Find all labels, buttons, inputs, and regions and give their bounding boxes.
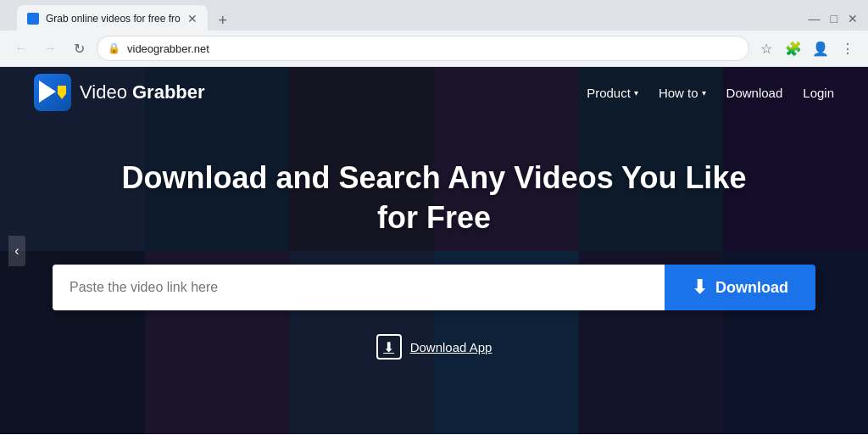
new-tab-button[interactable]: + (211, 8, 235, 32)
address-bar-row: ← → ↻ 🔒 videograbber.net ☆ 🧩 👤 ⋮ (0, 31, 868, 66)
download-btn-label: Download (715, 279, 788, 297)
logo-text-regular: Video (80, 81, 132, 103)
nav-product[interactable]: Product ▾ (587, 86, 638, 100)
nav-howto[interactable]: How to ▾ (659, 86, 706, 100)
profile-icon[interactable]: 👤 (810, 38, 831, 59)
lock-icon: 🔒 (108, 42, 120, 54)
download-app-label: Download App (410, 340, 492, 354)
logo-icon-inner (34, 74, 71, 111)
collapse-arrow[interactable]: ‹ (8, 236, 25, 266)
maximize-button[interactable]: □ (831, 12, 837, 25)
forward-button[interactable]: → (39, 37, 61, 59)
tab-favicon (27, 13, 39, 25)
download-button[interactable]: ⬇ Download (665, 265, 815, 310)
tab-close-button[interactable]: ✕ (187, 12, 198, 25)
extension-icon[interactable]: 🧩 (783, 38, 804, 59)
navbar: Video Grabber Product ▾ How to ▾ Downloa… (0, 67, 868, 118)
download-icon: ⬇ (692, 276, 707, 298)
nav-login[interactable]: Login (803, 86, 834, 100)
hero-title: Download and Search Any Videos You Like … (112, 159, 756, 238)
bookmark-icon[interactable]: ☆ (756, 38, 776, 59)
howto-chevron-icon: ▾ (702, 88, 706, 98)
nav-links: Product ▾ How to ▾ Download Login (587, 86, 834, 100)
product-chevron-icon: ▾ (634, 88, 638, 98)
search-row: ⬇ Download (53, 265, 815, 310)
download-app-icon: ⬇ (376, 334, 402, 360)
logo-icon (34, 74, 71, 111)
browser-tab[interactable]: Grab online videos for free fro ✕ (17, 5, 208, 32)
site-logo[interactable]: Video Grabber (34, 74, 205, 111)
window-close-button[interactable]: ✕ (848, 12, 858, 25)
address-bar[interactable]: 🔒 videograbber.net (97, 36, 749, 61)
logo-text-bold: Grabber (132, 81, 205, 103)
url-text: videograbber.net (127, 42, 209, 55)
tab-title: Grab online videos for free fro (46, 13, 181, 25)
hero-section: Download and Search Any Videos You Like … (0, 67, 868, 434)
download-app-link[interactable]: ⬇ Download App (376, 334, 492, 360)
logo-text: Video Grabber (80, 81, 205, 103)
video-url-input[interactable] (53, 265, 665, 310)
nav-download[interactable]: Download (726, 86, 783, 100)
toolbar-icons: ☆ 🧩 👤 ⋮ (756, 38, 858, 59)
back-button[interactable]: ← (10, 37, 32, 59)
title-bar: Grab online videos for free fro ✕ + — □ … (0, 0, 868, 31)
reload-button[interactable]: ↻ (68, 37, 90, 59)
menu-icon[interactable]: ⋮ (837, 38, 858, 59)
website-content: ‹ Video Grabber Product ▾ How to ▾ Downl… (0, 67, 868, 434)
window-controls: — □ ✕ (809, 12, 858, 25)
minimize-button[interactable]: — (809, 12, 821, 25)
